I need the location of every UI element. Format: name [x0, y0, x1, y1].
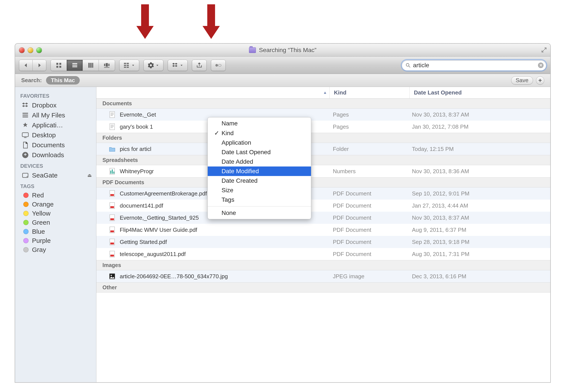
menu-item-date-added[interactable]: Date Added — [208, 157, 311, 166]
file-date: Nov 30, 2013, 8:36 AM — [408, 168, 550, 175]
result-row[interactable]: pics for articlFolderToday, 12:15 PM — [96, 143, 550, 155]
sidebar-tag-orange[interactable]: Orange — [15, 200, 96, 209]
file-kind: Folder — [329, 146, 408, 152]
sidebar-item-dropbox[interactable]: Dropbox — [15, 100, 96, 110]
menu-item-label: Tags — [222, 196, 234, 203]
column-date[interactable]: Date Last Opened — [409, 87, 550, 98]
back-button[interactable] — [19, 60, 33, 71]
minimize-button[interactable] — [28, 47, 33, 53]
close-button[interactable] — [19, 47, 25, 53]
zoom-button[interactable] — [36, 47, 42, 53]
sidebar-item-label: Green — [32, 219, 50, 226]
file-kind: Numbers — [329, 168, 408, 175]
edit-tags-button[interactable] — [211, 60, 226, 71]
sidebar-item-desktop[interactable]: Desktop — [15, 130, 96, 140]
file-icon — [109, 214, 116, 221]
result-row[interactable]: Flip4Mac WMV User Guide.pdfPDF DocumentA… — [96, 224, 550, 236]
sidebar-item-label: All My Files — [32, 112, 65, 119]
sidebar: FAVORITES DropboxAll My FilesApplicati…D… — [15, 87, 96, 382]
file-kind: Pages — [329, 123, 408, 130]
sidebar-item-documents[interactable]: Documents — [15, 140, 96, 150]
share-button[interactable] — [192, 60, 207, 71]
file-name: article-2064692-0EE…78-500_634x770.jpg — [120, 273, 329, 280]
apps-icon — [22, 121, 29, 129]
search-input[interactable] — [413, 62, 536, 69]
menu-item-none[interactable]: None — [208, 208, 311, 218]
svg-rect-15 — [127, 63, 129, 64]
result-row[interactable]: Getting Started.pdfPDF DocumentSep 28, 2… — [96, 236, 550, 248]
result-row[interactable]: document141.pdfPDF DocumentJan 27, 2013,… — [96, 200, 550, 212]
menu-item-date-last-opened[interactable]: Date Last Opened — [208, 148, 311, 157]
group-header: Other — [96, 282, 550, 293]
sidebar-item-applicati-[interactable]: Applicati… — [15, 120, 96, 130]
sidebar-item-downloads[interactable]: Downloads — [15, 150, 96, 160]
svg-rect-41 — [111, 171, 111, 174]
menu-item-tags[interactable]: Tags — [208, 195, 311, 205]
view-coverflow-button[interactable] — [99, 60, 115, 71]
downloads-icon — [22, 151, 29, 159]
sidebar-tag-purple[interactable]: Purple — [15, 236, 96, 245]
annotation-arrow-arrange — [203, 4, 219, 41]
arrange-button[interactable] — [119, 60, 139, 71]
result-row[interactable]: article-2064692-0EE…78-500_634x770.jpgJP… — [96, 270, 550, 282]
view-column-button[interactable] — [83, 60, 99, 71]
menu-item-name[interactable]: Name — [208, 119, 311, 128]
sidebar-item-label: Purple — [32, 237, 51, 244]
save-search-button[interactable]: Save — [511, 76, 533, 85]
dropbox-icon — [22, 102, 29, 109]
disk-icon — [22, 172, 29, 179]
fullscreen-icon[interactable] — [541, 47, 547, 53]
result-row[interactable]: WhitneyProgrNumbersNov 30, 2013, 8:36 AM — [96, 165, 550, 177]
file-name: Evernote,_Get — [120, 111, 329, 118]
column-kind[interactable]: Kind — [329, 87, 409, 98]
menu-item-kind[interactable]: ✓Kind — [208, 128, 311, 138]
menu-item-date-modified[interactable]: Date Modified — [208, 166, 311, 176]
nav-seg — [19, 60, 46, 71]
sidebar-item-all-my-files[interactable]: All My Files — [15, 110, 96, 120]
tag-dot-icon — [23, 247, 29, 252]
menu-item-size[interactable]: Size — [208, 185, 311, 195]
sidebar-tag-green[interactable]: Green — [15, 218, 96, 227]
tag-dot-icon — [23, 238, 29, 243]
svg-point-22 — [406, 63, 409, 66]
sidebar-device-seagate[interactable]: SeaGate⏏ — [15, 170, 96, 180]
sidebar-tag-red[interactable]: Red — [15, 191, 96, 200]
scope-this-mac[interactable]: This Mac — [46, 76, 80, 85]
svg-point-20 — [215, 64, 218, 67]
results-pane: ▲ Kind Date Last Opened DocumentsEvernot… — [96, 87, 550, 382]
documents-icon — [22, 141, 29, 149]
eject-icon[interactable]: ⏏ — [87, 173, 92, 178]
search-scope-bar: Search: This Mac Save + — [15, 74, 550, 87]
file-icon — [109, 202, 116, 209]
view-icon-button[interactable] — [51, 60, 67, 71]
search-field[interactable]: ✕ — [402, 60, 547, 71]
result-row[interactable]: Evernote,_Getting_Started_925PDF Documen… — [96, 212, 550, 224]
file-name: Getting Started.pdf — [120, 239, 329, 245]
svg-rect-42 — [112, 170, 113, 174]
result-row[interactable]: telescope_august2011.pdfPDF DocumentAug … — [96, 248, 550, 260]
allfiles-icon — [22, 112, 29, 119]
dropbox-button[interactable] — [168, 60, 188, 71]
clear-search-icon[interactable]: ✕ — [538, 62, 544, 68]
forward-button[interactable] — [33, 60, 46, 71]
sidebar-tag-yellow[interactable]: Yellow — [15, 209, 96, 218]
file-kind: PDF Document — [329, 190, 408, 197]
sidebar-tag-blue[interactable]: Blue — [15, 227, 96, 236]
desktop-icon — [22, 131, 29, 139]
sidebar-item-label: Documents — [32, 141, 65, 149]
svg-rect-10 — [104, 63, 105, 66]
result-row[interactable]: Evernote,_GetPagesNov 30, 2013, 8:37 AM — [96, 109, 550, 121]
add-criteria-button[interactable]: + — [536, 76, 544, 85]
group-header: Documents — [96, 99, 550, 109]
svg-rect-3 — [59, 66, 61, 68]
sidebar-tag-gray[interactable]: Gray — [15, 245, 96, 254]
menu-item-application[interactable]: Application — [208, 138, 311, 148]
action-button[interactable] — [144, 60, 163, 71]
view-list-button[interactable] — [67, 60, 83, 71]
svg-rect-43 — [114, 172, 114, 174]
sidebar-item-label: Applicati… — [32, 121, 63, 129]
result-row[interactable]: gary's book 1PagesJan 30, 2012, 7:08 PM — [96, 121, 550, 133]
file-name: telescope_august2011.pdf — [120, 251, 329, 258]
result-row[interactable]: CustomerAgreementBrokerage.pdfPDF Docume… — [96, 187, 550, 200]
menu-item-date-created[interactable]: Date Created — [208, 176, 311, 185]
